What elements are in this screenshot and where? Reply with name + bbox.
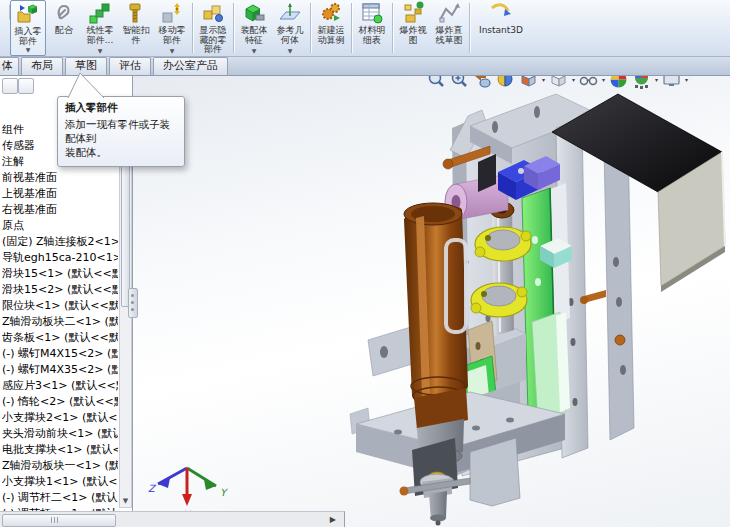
ribbon-button-explode-line-sketch[interactable]: 爆炸直 线草图 <box>431 0 467 56</box>
chevron-down-icon[interactable]: ▾ <box>572 76 575 83</box>
scrollbar-thumb[interactable] <box>2 514 116 527</box>
chevron-down-icon: ▼ <box>252 48 257 56</box>
tree-item[interactable]: 右视基准面 <box>2 202 118 218</box>
ribbon-separator <box>469 3 470 53</box>
tree-item[interactable]: 滑块15<1> (默认<<默认 <box>2 266 118 282</box>
tree-item[interactable]: 夹头滑动前块<1> (默认< <box>2 426 118 442</box>
tab-evaluate[interactable]: 评估 <box>109 57 151 75</box>
command-manager-tabs: 体 布局 草图 评估 办公室产品 <box>0 57 730 76</box>
smart-fasteners-icon <box>124 1 148 25</box>
ribbon-separator <box>233 3 234 53</box>
clipped-icon <box>2 1 10 25</box>
tree-item[interactable]: 小支撑块2<1> (默认<<默 <box>2 410 118 426</box>
linear-pattern-icon <box>88 1 112 25</box>
chevron-down-icon: ▼ <box>170 48 175 56</box>
tree-item[interactable]: Z轴滑动板块二<1> (默认 <box>2 314 118 330</box>
tree-item[interactable]: 限位块<1> (默认<<默认 <box>2 298 118 314</box>
tree-item[interactable]: 电批支撑块<1> (默认<< <box>2 442 118 458</box>
show-hidden-components-icon <box>201 1 225 25</box>
ribbon-button-label: 新建运 动算例 <box>318 26 345 45</box>
tab-office-products[interactable]: 办公室产品 <box>153 57 228 75</box>
tree-vertical-scrollbar[interactable]: ▼ <box>119 138 132 508</box>
bill-of-materials-icon <box>360 1 384 25</box>
tree-horizontal-scrollbar[interactable]: ▶ <box>0 511 345 527</box>
ribbon-button-bill-of-materials[interactable]: 材料明 细表 <box>354 0 390 56</box>
chevron-down-icon[interactable]: ▾ <box>685 76 688 83</box>
ribbon-button-label: 爆炸视 图 <box>400 26 427 45</box>
tree-item[interactable]: (固定) Z轴连接板2<1> (默 <box>2 234 118 250</box>
ribbon-separator <box>310 3 311 53</box>
explode-line-sketch-icon <box>437 1 461 25</box>
ribbon-button-label: 装配体 特征 <box>241 26 268 45</box>
ribbon-button-label: 线性零 部件... <box>87 26 114 45</box>
ribbon-button-instant3d[interactable]: Instant3D <box>472 0 530 56</box>
move-component-icon <box>160 1 184 25</box>
new-motion-study-icon <box>319 1 343 25</box>
ribbon-button-mate[interactable]: 配合 <box>46 0 82 56</box>
tree-item[interactable]: 滑块15<2> (默认<<默认 <box>2 282 118 298</box>
chevron-down-icon[interactable]: ▾ <box>542 76 545 83</box>
property-manager-tab-icon[interactable] <box>18 78 34 94</box>
ribbon-button-label: Instant3D <box>479 26 523 36</box>
ribbon-button-label: 移动零 部件 <box>159 26 186 45</box>
tree-item[interactable]: (-) 调节杆二<1> (默认<< <box>2 490 118 506</box>
scroll-right-arrow-icon[interactable]: ▶ <box>330 515 336 525</box>
chevron-down-icon[interactable]: ▾ <box>602 76 605 83</box>
ribbon-button-smart-fasteners[interactable]: 智能扣 件 <box>118 0 154 56</box>
ribbon-button-show-hidden-components[interactable]: 显示隐 藏的零 部件 <box>195 0 231 56</box>
ribbon-button-new-motion-study[interactable]: 新建运 动算例 <box>313 0 349 56</box>
tree-item[interactable]: 导轨egh15ca-210<1> (默 <box>2 250 118 266</box>
tree-item[interactable]: 原点 <box>2 218 118 234</box>
ribbon-button-insert-component[interactable]: 插入零 部件 ▼ <box>10 0 46 56</box>
ribbon-separator <box>392 3 393 53</box>
ribbon-separator <box>192 3 193 53</box>
instant3d-icon <box>489 1 513 25</box>
scroll-down-arrow-icon[interactable]: ▼ <box>120 496 131 506</box>
panel-splitter-grip[interactable] <box>128 288 138 318</box>
tree-item[interactable]: 上视基准面 <box>2 186 118 202</box>
tree-item[interactable]: (-) 螺钉M4X35<2> (默认 <box>2 362 118 378</box>
tree-item[interactable]: (-) 惰轮<2> (默认<<默认 <box>2 394 118 410</box>
tree-item[interactable]: 齿条板<1> (默认<<默认 <box>2 330 118 346</box>
insert-component-icon <box>16 2 40 26</box>
reference-geometry-icon <box>278 1 302 25</box>
ribbon-button-label: 材料明 细表 <box>359 26 386 45</box>
assembly-features-icon <box>242 1 266 25</box>
tooltip-body: 添加一现有零件或子装配体到 装配体。 <box>65 118 177 160</box>
ribbon-button-move-component[interactable]: 移动零 部件 ▼ <box>154 0 190 56</box>
tree-item[interactable]: 前视基准面 <box>2 170 118 186</box>
tree-item[interactable]: 感应片3<1> (默认<<默认 <box>2 378 118 394</box>
scrollbar-thumb[interactable] <box>121 147 130 307</box>
ribbon-button-label: 配合 <box>55 26 73 36</box>
tooltip-pointer <box>58 73 106 98</box>
ribbon-button-clipped[interactable] <box>2 0 10 56</box>
chevron-down-icon[interactable]: ▾ <box>655 76 658 83</box>
ribbon-button-reference-geometry[interactable]: 参考几 何体 ▼ <box>272 0 308 56</box>
ribbon-button-exploded-view[interactable]: 爆炸视 图 <box>395 0 431 56</box>
feature-tree-tab-icon[interactable] <box>2 78 18 94</box>
feature-tree: 组件 传感器 注解 前视基准面 上视基准面 右视基准面 原点 (固定) Z轴连接… <box>2 122 118 511</box>
ribbon-button-label: 插入零 部件 <box>15 27 42 46</box>
ribbon-button-label: 参考几 何体 <box>277 26 304 45</box>
solidworks-window: Z Y X ▾ <box>0 0 730 527</box>
tree-item[interactable]: 小支撑块1<1> (默认<<默 <box>2 474 118 490</box>
ribbon-button-label: 智能扣 件 <box>123 26 150 45</box>
exploded-view-icon <box>401 1 425 25</box>
ribbon-button-assembly-features[interactable]: 装配体 特征 ▼ <box>236 0 272 56</box>
chevron-down-icon: ▼ <box>98 48 103 56</box>
tooltip-insert-component: 插入零部件 添加一现有零件或子装配体到 装配体。 <box>57 96 185 167</box>
triad-z-label: Z <box>148 483 157 494</box>
triad-y-label: Y <box>220 487 228 498</box>
model-guide-rail[interactable] <box>522 183 570 422</box>
command-manager-ribbon: 插入零 部件 ▼ 配合 线性零 部件... ▼ <box>0 0 730 57</box>
ribbon-button-label: 爆炸直 线草图 <box>436 26 463 45</box>
mate-icon <box>52 1 76 25</box>
tree-item[interactable]: (-) 螺钉M4X15<2> (默认 <box>2 346 118 362</box>
ribbon-separator <box>351 3 352 53</box>
chevron-down-icon: ▼ <box>26 47 31 55</box>
tree-item[interactable]: Z轴滑动板块一<1> (默认 <box>2 458 118 474</box>
chevron-down-icon: ▼ <box>288 48 293 56</box>
tab-layout[interactable]: 布局 <box>21 57 63 75</box>
tab-assembly[interactable]: 体 <box>0 57 19 75</box>
ribbon-button-linear-pattern[interactable]: 线性零 部件... ▼ <box>82 0 118 56</box>
